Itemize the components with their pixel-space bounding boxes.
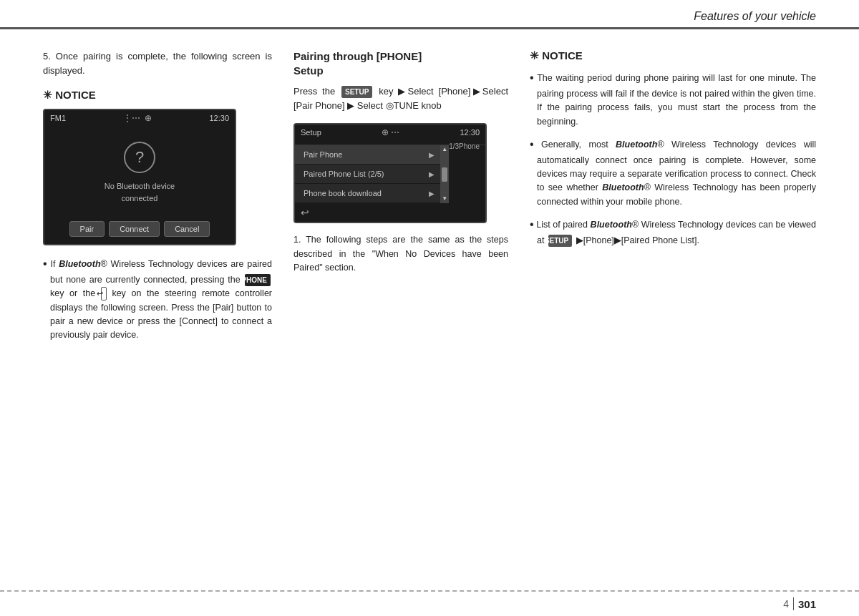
paired-list-label: Paired Phone List (2/5) <box>304 170 384 178</box>
main-content: 5. Once pairing is complete, the followi… <box>0 29 859 363</box>
question-circle: ? <box>124 142 155 173</box>
menu-item-phonebook[interactable]: Phone book download ▶ <box>295 184 440 203</box>
page-section: 4 <box>783 598 789 610</box>
menu-item-paired-list[interactable]: Paired Phone List (2/5) ▶ <box>295 165 440 184</box>
scroll-col: ▲ ▼ <box>440 145 449 203</box>
screen-icons-2: ⊕ ⋯ <box>382 127 399 137</box>
bluetooth-label-4: Bluetooth <box>591 220 632 230</box>
bluetooth-label-2: Bluetooth <box>616 140 657 150</box>
page-footer: 4 301 <box>0 590 859 616</box>
right-column: ✳ NOTICE • The waiting period during pho… <box>530 49 816 348</box>
call-icon: ↩ <box>101 287 107 300</box>
usb-icon: ⋮⋯ <box>123 113 140 123</box>
notice-star-left: ✳ NOTICE <box>43 89 96 102</box>
arrow-paired-list: ▶ <box>429 170 435 178</box>
screen-no-device-text: No Bluetooth deviceconnected <box>105 180 175 204</box>
screen-time-2: 12:30 <box>460 128 480 137</box>
section-intro: 5. Once pairing is complete, the followi… <box>43 49 272 77</box>
screen-back-row: ↩ <box>295 203 485 222</box>
setup-badge-right: SETUP <box>548 235 572 248</box>
screen-menu-title: Phone 1/3 <box>295 140 485 145</box>
cancel-btn[interactable]: Cancel <box>164 221 210 237</box>
setup-label: Setup <box>301 128 321 137</box>
screen-fm1-label: FM1 <box>50 114 66 122</box>
pairing-instruction: Press the SETUP key ▶Select [Phone]▶Sele… <box>293 84 508 113</box>
scroll-thumb <box>442 167 447 182</box>
setup-badge-mid: SETUP <box>341 86 372 99</box>
menu-row: Pair Phone ▶ Paired Phone List (2/5) ▶ P… <box>295 145 449 203</box>
usb-icon-2: ⊕ <box>145 113 152 123</box>
right-bullet-3: • List of paired Bluetooth® Wireless Tec… <box>530 216 816 248</box>
page-header: Features of your vehicle <box>0 0 859 29</box>
connect-btn[interactable]: Connect <box>109 221 160 237</box>
left-bullet-1: • If Bluetooth® Wireless Technology devi… <box>43 255 272 343</box>
usb2-icon2: ⋯ <box>391 127 399 137</box>
page-indicator: 1/3 <box>449 142 459 150</box>
page-divider <box>793 597 794 610</box>
right-notice-star: ✳ NOTICE <box>530 49 583 62</box>
arrow-phonebook: ▶ <box>429 190 435 197</box>
screen-topbar-2: Setup ⊕ ⋯ 12:30 <box>295 124 485 140</box>
left-notice-heading: ✳ NOTICE <box>43 89 272 102</box>
page-number-display: 4 301 <box>783 597 816 610</box>
pairing-heading-line2: Setup <box>293 64 324 77</box>
screen-center-1: ? No Bluetooth deviceconnected <box>44 126 235 215</box>
right-bullet-2: • Generally, most Bluetooth® Wireless Te… <box>530 136 816 209</box>
left-notice-bullets: • If Bluetooth® Wireless Technology devi… <box>43 255 272 343</box>
left-column: 5. Once pairing is complete, the followi… <box>43 49 272 348</box>
header-title: Features of your vehicle <box>694 10 816 23</box>
screen-topbar-1: FM1 ⋮⋯ ⊕ 12:30 <box>44 110 235 126</box>
screen-mockup-1: FM1 ⋮⋯ ⊕ 12:30 ? No Bluetooth deviceconn… <box>43 109 236 245</box>
pairing-heading: Pairing through [PHONE] Setup <box>293 49 508 77</box>
bluetooth-label-3: Bluetooth <box>602 182 644 192</box>
menu-items-col: Pair Phone ▶ Paired Phone List (2/5) ▶ P… <box>295 145 440 203</box>
right-bullet-1: • The waiting period during phone pairin… <box>530 69 816 129</box>
bluetooth-label-1: Bluetooth <box>59 259 100 269</box>
step-1-text: 1. The following steps are the same as t… <box>293 233 508 275</box>
phone-title: Phone <box>459 142 480 150</box>
right-notice-bullets: • The waiting period during phone pairin… <box>530 69 816 248</box>
screen-mockup-2: Setup ⊕ ⋯ 12:30 Phone 1/3 Pair Phone ▶ <box>293 123 487 223</box>
usb2-icon: ⊕ <box>382 127 389 137</box>
back-arrow-icon[interactable]: ↩ <box>301 207 309 218</box>
mid-column: Pairing through [PHONE] Setup Press the … <box>293 49 508 348</box>
scroll-down-arrow: ▼ <box>442 196 447 202</box>
phone-badge: PHONE <box>245 274 271 287</box>
screen-buttons-row: Pair Connect Cancel <box>44 215 235 244</box>
scroll-up-arrow: ▲ <box>442 147 447 152</box>
pairing-heading-line1: Pairing through [PHONE] <box>293 50 422 62</box>
page-number: 301 <box>798 598 816 610</box>
arrow-pair-phone: ▶ <box>429 151 435 159</box>
right-notice-heading: ✳ NOTICE <box>530 49 816 62</box>
phonebook-label: Phone book download <box>304 189 382 197</box>
screen-time-1: 12:30 <box>209 114 229 122</box>
screen-icons-1: ⋮⋯ ⊕ <box>123 113 152 123</box>
pair-btn[interactable]: Pair <box>69 221 105 237</box>
menu-item-pair-phone[interactable]: Pair Phone ▶ <box>295 145 440 165</box>
pair-phone-label: Pair Phone <box>304 150 342 159</box>
